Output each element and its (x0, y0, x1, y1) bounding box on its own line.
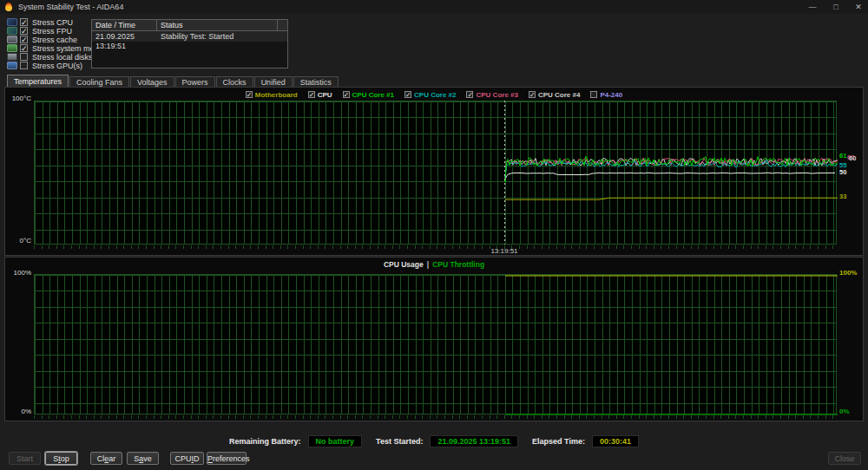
legend-item-cpu[interactable]: CPU (308, 91, 332, 99)
tab-voltages[interactable]: Voltages (130, 76, 174, 87)
legend-checkbox-cpu-core-3[interactable] (466, 91, 473, 98)
legend-item-cpu-core-4[interactable]: CPU Core #4 (529, 91, 580, 99)
fpu-icon (7, 27, 17, 35)
temperature-plot (34, 101, 837, 245)
legend-item-cpu-core-3[interactable]: CPU Core #3 (466, 91, 517, 99)
y-axis-min-label: 0°C (7, 237, 31, 245)
log-scrollbar-column (278, 20, 287, 30)
stress-cpu-checkbox[interactable] (20, 18, 28, 26)
test-started-label: Test Started: (376, 437, 423, 446)
tab-statistics[interactable]: Statistics (293, 76, 339, 87)
temp-current-value: 33 (839, 193, 846, 200)
legend-checkbox-cpu-core-2[interactable] (404, 91, 411, 98)
stress-option-label: Stress cache (32, 36, 77, 44)
tab-temperatures[interactable]: Temperatures (7, 75, 69, 87)
aida64-flame-icon (5, 3, 12, 11)
current-temperature-values: 335061556060 (839, 88, 865, 257)
temp-current-value: 55 (839, 162, 846, 169)
cpu-usage-plot (34, 274, 837, 415)
close-button[interactable]: Close (828, 452, 861, 465)
cpu-usage-chart-panel: CPU Usage|CPU Throttling 100% 0% 100% 0% (4, 257, 864, 421)
legend-checkbox-p4-240[interactable] (590, 91, 597, 98)
cpu-throttling-title: CPU Throttling (432, 260, 484, 269)
legend-item-cpu-core-1[interactable]: CPU Core #1 (343, 91, 394, 99)
legend-label: CPU (318, 91, 332, 99)
log-datetime-cell: 21.09.2025 13:19:51 (92, 31, 157, 42)
table-row[interactable]: 21.09.2025 13:19:51 Stability Test: Star… (92, 31, 287, 42)
temperature-chart-panel: Motherboard CPU CPU Core #1 CPU Core #2 … (4, 87, 864, 256)
column-header-datetime[interactable]: Date / Time (92, 20, 157, 30)
elapsed-time-label: Elapsed Time: (532, 437, 585, 446)
legend-checkbox-motherboard[interactable] (246, 91, 253, 98)
title-separator: | (427, 260, 429, 269)
minimize-button[interactable]: — (802, 0, 823, 14)
legend-label: CPU Core #2 (414, 91, 456, 99)
legend-label: Motherboard (255, 91, 298, 99)
time-axis-ticks (34, 245, 837, 249)
test-started-group: Test Started: 21.09.2025 13:19:51 (376, 435, 518, 447)
time-axis-ticks (34, 415, 837, 419)
memory-icon (7, 44, 17, 52)
stress-disks-checkbox[interactable] (20, 53, 28, 61)
stress-cache-checkbox[interactable] (20, 36, 28, 43)
tab-clocks[interactable]: Clocks (216, 76, 253, 87)
preferences-button[interactable]: Preferences (207, 452, 247, 465)
test-start-marker-line (504, 101, 505, 245)
cpu-usage-title: CPU Usage (384, 260, 424, 269)
save-button[interactable]: Save (127, 452, 159, 465)
tab-cooling-fans[interactable]: Cooling Fans (69, 76, 129, 87)
y-axis-max-label: 100°C (7, 95, 31, 102)
stress-memory-checkbox[interactable] (20, 44, 28, 52)
tab-powers[interactable]: Powers (175, 76, 215, 87)
clear-button[interactable]: Clear (90, 452, 122, 465)
legend-label: CPU Core #3 (476, 91, 517, 99)
stress-gpu-checkbox[interactable] (20, 62, 28, 69)
column-header-status[interactable]: Status (157, 20, 278, 30)
button-bar: Start Stop Clear Save CPUID Preferences … (0, 450, 868, 467)
battery-value: No battery (308, 435, 363, 447)
battery-status-group: Remaining Battery: No battery (229, 435, 362, 447)
window-title: System Stability Test - AIDA64 (18, 2, 123, 12)
stress-option-label: Stress CPU (32, 18, 73, 27)
temp-current-value: 60 (849, 155, 856, 162)
stress-option-label: Stress local disks (32, 53, 93, 62)
legend-checkbox-cpu[interactable] (308, 91, 315, 98)
close-window-button[interactable]: ✕ (848, 0, 868, 14)
legend-item-p4-240[interactable]: P4-240 (590, 91, 622, 99)
status-bar: Remaining Battery: No battery Test Start… (0, 434, 868, 447)
y-axis-min-label: 0% (7, 408, 31, 415)
elapsed-time-group: Elapsed Time: 00:30:41 (532, 435, 639, 447)
cpu-icon (7, 18, 17, 26)
event-log-table: Date / Time Status 21.09.2025 13:19:51 S… (91, 19, 288, 69)
stop-button[interactable]: Stop (45, 452, 77, 465)
time-axis-label: 13:19:51 (478, 247, 530, 255)
event-log-header: Date / Time Status (92, 20, 287, 31)
legend-checkbox-cpu-core-1[interactable] (343, 91, 350, 98)
start-button[interactable]: Start (9, 452, 41, 465)
legend-item-cpu-core-2[interactable]: CPU Core #2 (404, 91, 456, 99)
log-status-cell: Stability Test: Started (157, 31, 287, 42)
disk-icon (7, 53, 17, 61)
cpuid-button[interactable]: CPUID (170, 452, 204, 465)
legend-label: P4-240 (600, 91, 622, 99)
cpu-usage-series-svg (35, 275, 838, 415)
chart2-title: CPU Usage|CPU Throttling (5, 260, 863, 269)
battery-label: Remaining Battery: (229, 437, 301, 446)
aida64-stability-test-window: System Stability Test - AIDA64 — □ ✕ Str… (0, 0, 868, 470)
tab-unified[interactable]: Unified (254, 76, 293, 87)
cache-icon (7, 36, 17, 43)
legend-label: CPU Core #4 (538, 91, 580, 99)
stress-option-label: Stress FPU (32, 27, 72, 36)
y-axis-max-label: 100% (7, 269, 31, 277)
temp-current-value: 50 (839, 169, 846, 176)
elapsed-time-value: 00:30:41 (592, 435, 639, 447)
cpu-throttling-current-value: 0% (839, 408, 850, 415)
legend-label: CPU Core #1 (352, 91, 394, 99)
temperature-legend: Motherboard CPU CPU Core #1 CPU Core #2 … (5, 90, 863, 99)
maximize-button[interactable]: □ (825, 0, 846, 14)
titlebar: System Stability Test - AIDA64 — □ ✕ (0, 0, 868, 14)
legend-checkbox-cpu-core-4[interactable] (529, 91, 536, 98)
stress-fpu-checkbox[interactable] (20, 27, 28, 35)
legend-item-motherboard[interactable]: Motherboard (246, 91, 298, 99)
temperature-series-svg (35, 101, 838, 245)
